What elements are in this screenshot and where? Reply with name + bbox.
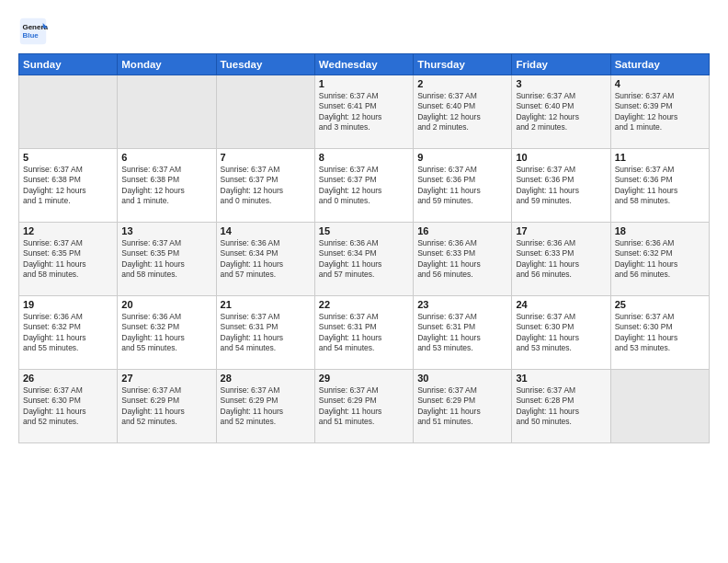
page: General Blue SundayMondayTuesdayWednesda… xyxy=(0,0,728,563)
day-number: 13 xyxy=(121,225,211,236)
day-info: Sunrise: 6:37 AMSunset: 6:38 PMDaylight:… xyxy=(121,165,211,207)
day-info: Sunrise: 6:36 AMSunset: 6:33 PMDaylight:… xyxy=(516,238,606,281)
day-info: Sunrise: 6:37 AMSunset: 6:35 PMDaylight:… xyxy=(23,238,113,281)
weekday-header-tuesday: Tuesday xyxy=(216,54,314,75)
day-info: Sunrise: 6:37 AMSunset: 6:37 PMDaylight:… xyxy=(319,165,409,207)
calendar-cell xyxy=(19,75,118,149)
day-info: Sunrise: 6:37 AMSunset: 6:30 PMDaylight:… xyxy=(615,312,705,354)
calendar-cell: 29Sunrise: 6:37 AMSunset: 6:29 PMDayligh… xyxy=(314,370,413,443)
calendar-cell xyxy=(610,370,709,443)
logo-icon: General Blue xyxy=(18,17,48,46)
calendar-cell: 19Sunrise: 6:36 AMSunset: 6:32 PMDayligh… xyxy=(19,296,118,370)
day-number: 21 xyxy=(221,299,311,310)
day-number: 22 xyxy=(319,299,409,310)
day-info: Sunrise: 6:37 AMSunset: 6:40 PMDaylight:… xyxy=(516,91,606,133)
day-info: Sunrise: 6:37 AMSunset: 6:29 PMDaylight:… xyxy=(221,385,311,428)
day-info: Sunrise: 6:36 AMSunset: 6:32 PMDaylight:… xyxy=(23,312,113,354)
calendar-cell: 30Sunrise: 6:37 AMSunset: 6:29 PMDayligh… xyxy=(414,370,512,443)
calendar-cell: 25Sunrise: 6:37 AMSunset: 6:30 PMDayligh… xyxy=(610,296,709,370)
calendar-cell: 6Sunrise: 6:37 AMSunset: 6:38 PMDaylight… xyxy=(118,149,216,223)
calendar-cell: 24Sunrise: 6:37 AMSunset: 6:30 PMDayligh… xyxy=(512,296,610,370)
day-number: 29 xyxy=(319,373,409,384)
calendar-cell: 10Sunrise: 6:37 AMSunset: 6:36 PMDayligh… xyxy=(512,149,610,223)
day-number: 3 xyxy=(516,78,606,89)
day-info: Sunrise: 6:37 AMSunset: 6:36 PMDaylight:… xyxy=(516,165,606,207)
day-number: 8 xyxy=(319,152,409,163)
calendar-cell: 3Sunrise: 6:37 AMSunset: 6:40 PMDaylight… xyxy=(512,75,610,149)
day-info: Sunrise: 6:37 AMSunset: 6:31 PMDaylight:… xyxy=(319,312,409,354)
calendar-cell xyxy=(216,75,314,149)
calendar-cell: 18Sunrise: 6:36 AMSunset: 6:32 PMDayligh… xyxy=(610,223,709,296)
day-info: Sunrise: 6:37 AMSunset: 6:36 PMDaylight:… xyxy=(615,165,705,207)
day-number: 24 xyxy=(516,299,606,310)
day-number: 5 xyxy=(23,152,113,163)
week-row-2: 12Sunrise: 6:37 AMSunset: 6:35 PMDayligh… xyxy=(19,223,710,296)
day-info: Sunrise: 6:36 AMSunset: 6:32 PMDaylight:… xyxy=(615,238,705,281)
svg-text:Blue: Blue xyxy=(22,31,39,40)
day-info: Sunrise: 6:37 AMSunset: 6:40 PMDaylight:… xyxy=(417,91,507,133)
day-number: 31 xyxy=(516,373,606,384)
week-row-0: 1Sunrise: 6:37 AMSunset: 6:41 PMDaylight… xyxy=(19,75,710,149)
calendar-cell: 16Sunrise: 6:36 AMSunset: 6:33 PMDayligh… xyxy=(414,223,512,296)
calendar-cell: 14Sunrise: 6:36 AMSunset: 6:34 PMDayligh… xyxy=(216,223,314,296)
calendar-cell: 27Sunrise: 6:37 AMSunset: 6:29 PMDayligh… xyxy=(118,370,216,443)
calendar-cell xyxy=(118,75,216,149)
day-info: Sunrise: 6:36 AMSunset: 6:32 PMDaylight:… xyxy=(121,312,211,354)
day-number: 4 xyxy=(615,78,705,89)
calendar-cell: 9Sunrise: 6:37 AMSunset: 6:36 PMDaylight… xyxy=(414,149,512,223)
calendar-cell: 1Sunrise: 6:37 AMSunset: 6:41 PMDaylight… xyxy=(314,75,413,149)
calendar-cell: 15Sunrise: 6:36 AMSunset: 6:34 PMDayligh… xyxy=(314,223,413,296)
day-info: Sunrise: 6:37 AMSunset: 6:29 PMDaylight:… xyxy=(319,385,409,428)
weekday-header-monday: Monday xyxy=(118,54,216,75)
calendar-cell: 13Sunrise: 6:37 AMSunset: 6:35 PMDayligh… xyxy=(118,223,216,296)
weekday-header-wednesday: Wednesday xyxy=(314,54,413,75)
day-number: 19 xyxy=(23,299,113,310)
day-info: Sunrise: 6:37 AMSunset: 6:39 PMDaylight:… xyxy=(615,91,705,133)
day-info: Sunrise: 6:37 AMSunset: 6:29 PMDaylight:… xyxy=(121,385,211,428)
day-number: 7 xyxy=(221,152,311,163)
week-row-4: 26Sunrise: 6:37 AMSunset: 6:30 PMDayligh… xyxy=(19,370,710,443)
day-info: Sunrise: 6:37 AMSunset: 6:38 PMDaylight:… xyxy=(23,165,113,207)
day-number: 28 xyxy=(221,373,311,384)
calendar-cell: 7Sunrise: 6:37 AMSunset: 6:37 PMDaylight… xyxy=(216,149,314,223)
day-info: Sunrise: 6:37 AMSunset: 6:35 PMDaylight:… xyxy=(121,238,211,281)
calendar-cell: 21Sunrise: 6:37 AMSunset: 6:31 PMDayligh… xyxy=(216,296,314,370)
calendar-cell: 2Sunrise: 6:37 AMSunset: 6:40 PMDaylight… xyxy=(414,75,512,149)
day-number: 9 xyxy=(417,152,507,163)
weekday-header-friday: Friday xyxy=(512,54,610,75)
calendar-cell: 11Sunrise: 6:37 AMSunset: 6:36 PMDayligh… xyxy=(610,149,709,223)
day-info: Sunrise: 6:37 AMSunset: 6:36 PMDaylight:… xyxy=(417,165,507,207)
calendar-cell: 23Sunrise: 6:37 AMSunset: 6:31 PMDayligh… xyxy=(414,296,512,370)
day-info: Sunrise: 6:37 AMSunset: 6:29 PMDaylight:… xyxy=(417,385,507,428)
calendar-cell: 22Sunrise: 6:37 AMSunset: 6:31 PMDayligh… xyxy=(314,296,413,370)
weekday-header-thursday: Thursday xyxy=(414,54,512,75)
weekday-header-saturday: Saturday xyxy=(610,54,709,75)
day-number: 14 xyxy=(221,225,311,236)
header: General Blue xyxy=(18,17,710,46)
day-number: 6 xyxy=(121,152,211,163)
calendar-cell: 20Sunrise: 6:36 AMSunset: 6:32 PMDayligh… xyxy=(118,296,216,370)
day-info: Sunrise: 6:37 AMSunset: 6:31 PMDaylight:… xyxy=(417,312,507,354)
day-info: Sunrise: 6:37 AMSunset: 6:30 PMDaylight:… xyxy=(23,385,113,428)
day-info: Sunrise: 6:36 AMSunset: 6:33 PMDaylight:… xyxy=(417,238,507,281)
calendar-cell: 31Sunrise: 6:37 AMSunset: 6:28 PMDayligh… xyxy=(512,370,610,443)
day-number: 25 xyxy=(615,299,705,310)
day-number: 2 xyxy=(417,78,507,89)
day-info: Sunrise: 6:36 AMSunset: 6:34 PMDaylight:… xyxy=(221,238,311,281)
day-number: 12 xyxy=(23,225,113,236)
day-info: Sunrise: 6:37 AMSunset: 6:30 PMDaylight:… xyxy=(516,312,606,354)
day-number: 1 xyxy=(319,78,409,89)
day-number: 27 xyxy=(121,373,211,384)
day-number: 30 xyxy=(417,373,507,384)
weekday-header-sunday: Sunday xyxy=(19,54,118,75)
calendar-cell: 4Sunrise: 6:37 AMSunset: 6:39 PMDaylight… xyxy=(610,75,709,149)
day-info: Sunrise: 6:36 AMSunset: 6:34 PMDaylight:… xyxy=(319,238,409,281)
calendar-cell: 17Sunrise: 6:36 AMSunset: 6:33 PMDayligh… xyxy=(512,223,610,296)
day-info: Sunrise: 6:37 AMSunset: 6:37 PMDaylight:… xyxy=(221,165,311,207)
day-number: 18 xyxy=(615,225,705,236)
day-info: Sunrise: 6:37 AMSunset: 6:41 PMDaylight:… xyxy=(319,91,409,133)
calendar-cell: 8Sunrise: 6:37 AMSunset: 6:37 PMDaylight… xyxy=(314,149,413,223)
logo: General Blue xyxy=(18,17,51,46)
week-row-3: 19Sunrise: 6:36 AMSunset: 6:32 PMDayligh… xyxy=(19,296,710,370)
week-row-1: 5Sunrise: 6:37 AMSunset: 6:38 PMDaylight… xyxy=(19,149,710,223)
